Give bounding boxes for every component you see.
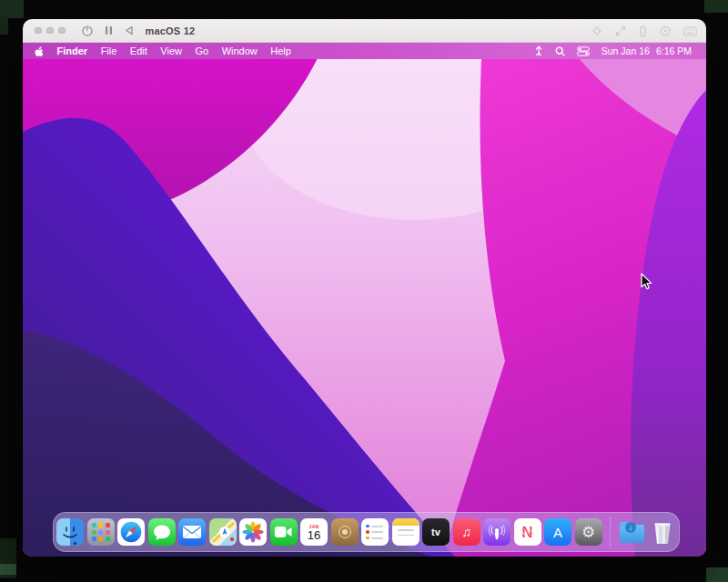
apple-menu[interactable] [34,45,44,57]
music-note-icon: ♫ [461,525,471,539]
minimize-button[interactable] [46,27,54,35]
dock: JAN 16 tv ♫ [53,512,680,552]
control-center-icon[interactable] [577,46,590,56]
mouse-cursor [640,273,652,295]
dock-icon-notes[interactable] [392,518,420,546]
running-indicator [74,542,76,545]
close-button[interactable] [35,27,42,35]
dock-icon-music[interactable]: ♫ [453,518,480,546]
dock-icon-launchpad[interactable] [87,518,115,546]
dock-icon-mail[interactable] [178,518,206,546]
power-icon[interactable] [82,25,93,36]
dock-icon-calendar[interactable]: JAN 16 [300,518,328,546]
dock-icon-messages[interactable] [148,518,176,546]
clock-date: Sun Jan 16 [602,45,650,56]
news-n-label: N [521,525,532,540]
traffic-lights [23,27,66,35]
menu-item-window[interactable]: Window [222,43,258,59]
monterey-wallpaper [23,43,706,557]
desktop-corner-patch [0,16,8,35]
fullscreen-icon[interactable] [615,25,626,36]
menu-item-help[interactable]: Help [270,43,291,59]
dock-icon-tv[interactable]: tv [422,518,450,546]
usb-icon[interactable] [639,25,647,37]
calendar-day: 16 [308,529,320,542]
dock-icon-contacts[interactable] [331,518,359,546]
appstore-a-label: A [553,525,562,540]
back-icon[interactable] [125,25,134,35]
dock-icon-podcasts[interactable] [483,518,511,546]
dock-icon-maps[interactable] [209,518,237,546]
dock-icon-reminders[interactable] [361,518,389,546]
status-arrow-icon[interactable] [534,45,543,56]
dock-icon-photos[interactable] [239,518,267,546]
spotlight-search-icon[interactable] [555,46,565,56]
trash-basket-icon [653,522,672,544]
dock-icon-safari[interactable] [117,518,145,546]
vm-display[interactable]: Finder File Edit View Go Window Help [23,43,706,557]
dock-icon-finder[interactable] [56,518,84,546]
dock-icon-downloads[interactable]: ↓ [619,518,646,546]
pause-icon[interactable] [105,25,113,35]
zoom-button[interactable] [58,27,66,35]
menu-item-file[interactable]: File [101,43,117,59]
menu-item-finder[interactable]: Finder [57,43,88,59]
vm-window: macOS 12 [23,19,706,557]
menu-item-go[interactable]: Go [195,43,208,59]
dock-icon-appstore[interactable]: A [544,518,571,546]
dock-separator [610,517,611,547]
desktop-corner-patch [0,564,16,575]
clock-time: 6:16 PM [656,45,692,56]
desktop-corner-patch [704,0,728,13]
dock-icon-trash[interactable] [649,518,676,546]
menu-bar-clock[interactable]: Sun Jan 16 6:16 PM [602,45,692,56]
menu-item-edit[interactable]: Edit [130,43,147,59]
download-arrow-icon: ↓ [625,522,636,533]
keyboard-icon[interactable] [683,26,697,36]
disc-icon[interactable] [660,25,671,36]
menu-bar: Finder File Edit View Go Window Help [23,43,706,59]
dock-icon-news[interactable]: N [514,518,541,546]
desktop-corner-patch [706,567,728,582]
dock-icon-facetime[interactable] [270,518,298,546]
window-title: macOS 12 [146,25,196,36]
fit-screen-icon[interactable] [592,25,602,36]
tv-label: tv [431,527,440,537]
dock-icon-system-preferences[interactable]: ⚙ [575,518,602,546]
desktop-corner-patch [0,0,24,18]
contacts-emblem [339,526,351,538]
gear-icon: ⚙ [581,525,595,540]
window-titlebar[interactable]: macOS 12 [23,19,706,43]
menu-item-view[interactable]: View [160,43,182,59]
